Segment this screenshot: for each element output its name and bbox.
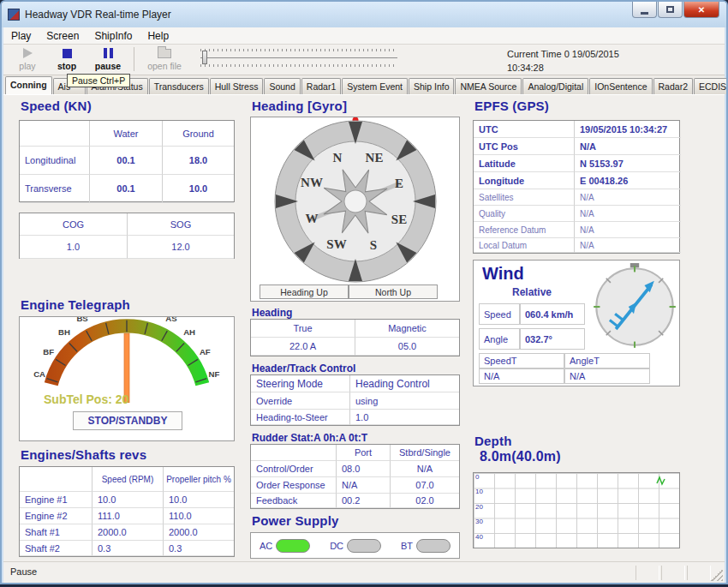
depth-chart — [473, 472, 680, 548]
tab-nmea-source[interactable]: NMEA Source — [455, 78, 522, 94]
menu-play[interactable]: Play — [3, 28, 39, 44]
status-bar: Pause — [3, 561, 725, 583]
current-time: Current Time 0 19/05/2015 10:34:28 — [507, 48, 619, 75]
epfs-table: UTC 19/05/2015 10:34:27 UTC Pos N/A Lati… — [473, 120, 680, 254]
tab-ionsentence[interactable]: IOnSentence — [589, 78, 652, 94]
depth-ytick: 20 — [475, 503, 483, 511]
pause-tooltip: Pause Ctrl+P — [67, 74, 130, 87]
menu-screen[interactable]: Screen — [39, 28, 87, 44]
status-pane — [661, 566, 685, 580]
close-icon: ✕ — [698, 5, 705, 15]
depth-trace — [655, 475, 667, 487]
track-control-title: Header/Track Control — [252, 362, 355, 374]
app-icon — [8, 9, 20, 21]
svg-text:W: W — [306, 212, 319, 225]
stop-standby-button[interactable]: STOP/STANDBY — [73, 411, 182, 430]
power-supply-panel: AC DC BT — [250, 532, 460, 559]
wind-speed-value: 060.4 km/h — [520, 303, 585, 325]
depth-ytick: 0 — [475, 473, 479, 481]
menu-help[interactable]: Help — [140, 28, 176, 44]
title-bar[interactable]: Headway VDR Real-time Player ✕ — [2, 2, 726, 27]
subtel-position: SubTel Pos: 20 — [44, 392, 128, 406]
open-file-icon — [158, 49, 171, 58]
tab-conning[interactable]: Conning — [5, 76, 52, 94]
slider-thumb[interactable] — [202, 51, 207, 64]
svg-text:AH: AH — [183, 327, 195, 337]
close-button[interactable]: ✕ — [683, 2, 719, 18]
minimize-button[interactable] — [632, 2, 657, 18]
wind-speed-label: Speed — [479, 303, 520, 325]
menu-shipinfo[interactable]: ShipInfo — [87, 28, 140, 44]
play-icon — [23, 48, 33, 58]
maximize-icon — [666, 6, 674, 13]
engine-telegraph-title: Engine Telegraph — [21, 297, 130, 312]
slider-ticks-bottom — [200, 64, 397, 67]
depth-title: Depth — [474, 434, 512, 448]
stop-icon — [63, 49, 72, 58]
heading-gyro-title: Heading [Gyro] — [252, 99, 347, 113]
minimize-icon — [641, 12, 648, 15]
speed-table: Water Ground Longitudinal 00.1 18.0 Tran… — [19, 120, 235, 202]
svg-text:AS: AS — [165, 317, 177, 323]
rudder-table: Port Stbrd/Single Control/Order 08.0 N/A… — [250, 444, 460, 509]
power-dc-indicator — [347, 539, 381, 553]
cog-sog-table: COG SOG 1.0 12.0 — [19, 213, 235, 259]
svg-text:NW: NW — [301, 176, 323, 189]
wind-title: Wind — [482, 264, 524, 284]
wind-angle-value: 032.7° — [520, 328, 585, 350]
open-file-button[interactable]: open file — [140, 46, 188, 71]
tab-ship-info[interactable]: Ship Info — [409, 78, 454, 94]
depth-ytick: 40 — [475, 533, 483, 541]
telegraph-gauge: CA BF BH BS BD ST AD AS AH AF NF — [20, 317, 234, 403]
stop-button[interactable]: stop — [48, 46, 86, 71]
svg-text:BF: BF — [43, 347, 54, 356]
playback-slider[interactable] — [200, 49, 397, 67]
compass-panel: N NE E SE S SW W NW Heading Up North Up — [250, 117, 460, 302]
heading-section-title: Heading — [252, 307, 292, 319]
tab-ecdis1[interactable]: ECDIS1 — [694, 78, 728, 94]
depth-ytick: 10 — [475, 488, 483, 495]
wind-speedt-header: SpeedT — [479, 353, 564, 368]
engines-shafts-table: Speed (RPM) Propeller pitch % Engine #1 … — [19, 466, 235, 557]
slider-track[interactable] — [200, 57, 397, 58]
svg-text:SW: SW — [326, 237, 346, 251]
svg-text:NE: NE — [366, 151, 384, 165]
depth-value: 8.0m(40.0m) — [480, 449, 561, 464]
engine-telegraph-panel: CA BF BH BS BD ST AD AS AH AF NF Sub — [19, 316, 235, 441]
heading-up-button[interactable]: Heading Up — [260, 285, 349, 299]
svg-text:BH: BH — [58, 327, 70, 337]
play-button[interactable]: play — [9, 46, 46, 71]
tab-radar2[interactable]: Radar2 — [653, 78, 693, 94]
gyro-compass: N NE E SE S SW W NW — [251, 117, 459, 285]
power-bt-indicator — [416, 539, 451, 553]
status-pane — [636, 566, 659, 580]
depth-ytick: 30 — [475, 518, 483, 525]
conning-page: Speed (KN) Water Ground Longitudinal 00.… — [3, 94, 725, 562]
north-up-button[interactable]: North Up — [349, 285, 438, 299]
status-pane — [687, 566, 711, 580]
wind-anglet-value: N/A — [564, 368, 650, 384]
slider-ticks-top — [200, 49, 397, 51]
tab-transducers[interactable]: Transducers — [149, 78, 209, 94]
tab-system-event[interactable]: System Event — [342, 78, 408, 94]
epfs-title: EPFS (GPS) — [474, 99, 549, 113]
power-dc: DC — [330, 539, 381, 553]
pause-button[interactable]: pause — [89, 46, 127, 71]
wind-anglet-header: AngleT — [564, 353, 650, 368]
svg-text:BS: BS — [76, 317, 88, 323]
tab-sound[interactable]: Sound — [264, 78, 300, 94]
maximize-button[interactable] — [658, 2, 683, 18]
pause-icon — [104, 48, 113, 58]
tab-hull-stress[interactable]: Hull Stress — [210, 78, 264, 94]
wind-panel: Wind Relative Speed 060.4 km/h Angle 032… — [473, 260, 680, 386]
resize-grip[interactable] — [711, 569, 723, 581]
power-ac: AC — [260, 539, 310, 553]
wind-angle-label: Angle — [479, 328, 520, 350]
tab-analog-digital[interactable]: Analog/Digital — [522, 78, 588, 94]
tab-radar1[interactable]: Radar1 — [301, 78, 341, 94]
menu-bar: Play Screen ShipInfo Help — [3, 27, 725, 45]
wind-dial — [590, 262, 679, 351]
app-window: Headway VDR Real-time Player ✕ Play Scre… — [0, 0, 728, 584]
svg-text:S: S — [370, 238, 377, 252]
svg-text:N: N — [333, 151, 343, 165]
